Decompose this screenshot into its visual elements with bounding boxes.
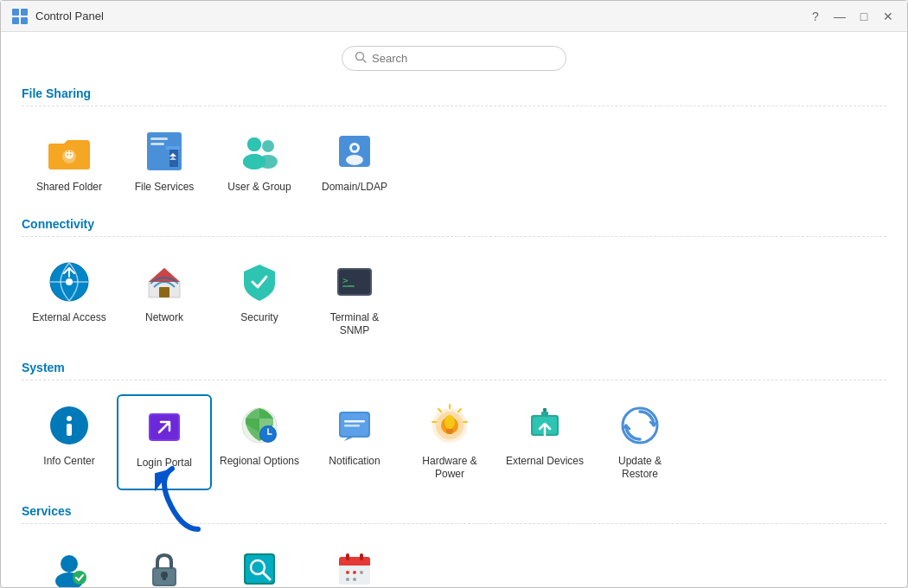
svg-point-54	[444, 415, 455, 429]
application-privileges-icon	[142, 546, 187, 587]
svg-rect-0	[12, 9, 19, 16]
section-title-services: Services	[22, 504, 886, 518]
icon-item-synology-account[interactable]: Synology Account	[22, 538, 117, 587]
titlebar-left: Control Panel	[11, 8, 104, 25]
svg-rect-13	[150, 137, 168, 140]
section-divider-connectivity	[22, 236, 886, 237]
minimize-button[interactable]: —	[831, 8, 848, 25]
icon-item-hardware-power[interactable]: Hardware & Power	[402, 394, 497, 490]
close-button[interactable]: ✕	[879, 8, 897, 25]
task-scheduler-icon	[332, 546, 377, 587]
hardware-power-label: Hardware & Power	[422, 455, 476, 482]
svg-rect-32	[159, 287, 169, 297]
window-title: Control Panel	[35, 10, 104, 22]
svg-rect-64	[541, 412, 548, 417]
icon-item-task-scheduler[interactable]: Task Scheduler	[307, 538, 402, 587]
search-bar	[22, 46, 886, 71]
svg-point-84	[353, 571, 356, 574]
svg-point-20	[243, 154, 265, 169]
icon-item-update-restore[interactable]: Update & Restore	[592, 394, 687, 490]
connectivity-grid: External Access	[22, 251, 886, 347]
svg-rect-56	[447, 432, 452, 434]
svg-rect-39	[67, 424, 72, 436]
network-label: Network	[145, 311, 183, 325]
svg-point-87	[353, 578, 356, 581]
external-access-label: External Access	[32, 311, 106, 325]
section-title-connectivity: Connectivity	[22, 217, 886, 231]
notification-icon	[332, 403, 377, 448]
icon-item-external-devices[interactable]: External Devices	[497, 394, 592, 490]
icon-item-notification[interactable]: Notification	[307, 394, 402, 490]
services-grid: Synology Account	[22, 538, 886, 587]
user-group-label: User & Group	[227, 181, 291, 195]
external-devices-label: External Devices	[506, 455, 584, 469]
icon-item-indexing-service[interactable]: Indexing Service	[212, 538, 307, 587]
section-title-system: System	[22, 361, 886, 374]
file-services-label: File Services	[135, 181, 195, 195]
indexing-service-icon	[237, 546, 282, 587]
terminal-snmp-label: Terminal & SNMP	[314, 311, 395, 338]
svg-line-58	[458, 409, 461, 412]
hardware-power-icon	[427, 403, 472, 448]
login-portal-icon	[142, 405, 187, 450]
section-title-file-sharing: File Sharing	[22, 86, 886, 100]
section-divider-services	[22, 523, 886, 524]
maximize-button[interactable]: □	[855, 8, 873, 25]
icon-item-domain-ldap[interactable]: Domain/LDAP	[307, 120, 402, 203]
svg-line-5	[363, 60, 367, 63]
svg-line-59	[438, 409, 441, 412]
network-icon	[142, 259, 187, 304]
search-icon	[355, 51, 367, 66]
main-content: File Sharing	[1, 32, 907, 587]
svg-rect-2	[12, 17, 19, 24]
svg-point-69	[73, 571, 86, 585]
search-wrapper[interactable]	[342, 46, 566, 71]
section-system: System Info Center	[22, 361, 886, 490]
update-restore-icon	[617, 403, 662, 448]
svg-rect-50	[344, 425, 360, 427]
svg-rect-65	[543, 408, 547, 412]
user-group-icon	[237, 129, 282, 174]
svg-point-24	[346, 155, 363, 165]
domain-ldap-label: Domain/LDAP	[322, 181, 387, 195]
icon-item-login-portal[interactable]: Login Portal	[117, 394, 212, 490]
icon-item-security[interactable]: Security	[212, 251, 307, 347]
svg-point-19	[247, 137, 261, 151]
icon-item-regional-options[interactable]: Regional Options	[212, 394, 307, 490]
svg-point-17	[262, 140, 274, 152]
svg-point-83	[346, 571, 349, 574]
external-devices-icon	[522, 403, 567, 448]
main-window: Control Panel ? — □ ✕ File Sha	[0, 0, 908, 588]
icon-item-application-privileges[interactable]: Application Privileges	[117, 538, 212, 587]
svg-rect-81	[346, 553, 349, 560]
svg-rect-73	[163, 575, 166, 580]
window-controls: ? — □ ✕	[807, 8, 897, 25]
security-label: Security	[240, 311, 278, 325]
section-connectivity: Connectivity	[22, 217, 886, 347]
regional-options-icon	[237, 403, 282, 448]
icon-item-file-services[interactable]: File Services	[117, 120, 212, 203]
icon-item-info-center[interactable]: Info Center	[22, 394, 117, 490]
svg-rect-55	[446, 429, 453, 432]
app-icon	[11, 8, 29, 25]
svg-point-67	[61, 555, 78, 572]
icon-item-shared-folder[interactable]: Shared Folder	[22, 120, 117, 203]
regional-options-label: Regional Options	[220, 455, 299, 469]
svg-rect-80	[339, 562, 370, 566]
icon-item-user-group[interactable]: User & Group	[212, 120, 307, 203]
help-button[interactable]: ?	[807, 8, 824, 25]
section-divider-system	[22, 380, 886, 380]
icon-item-terminal-snmp[interactable]: >_ Terminal & SNMP	[307, 251, 402, 347]
svg-point-66	[623, 408, 657, 443]
notification-label: Notification	[329, 455, 380, 469]
search-input[interactable]	[372, 52, 553, 65]
file-sharing-grid: Shared Folder	[22, 120, 886, 203]
shared-folder-icon	[47, 129, 92, 174]
svg-rect-1	[21, 9, 28, 16]
icon-item-external-access[interactable]: External Access	[22, 251, 117, 347]
system-grid: Info Center Login Portal	[22, 394, 886, 490]
info-center-label: Info Center	[43, 455, 94, 469]
section-divider-file-sharing	[22, 105, 886, 106]
login-portal-label: Login Portal	[137, 457, 192, 470]
icon-item-network[interactable]: Network	[117, 251, 212, 347]
